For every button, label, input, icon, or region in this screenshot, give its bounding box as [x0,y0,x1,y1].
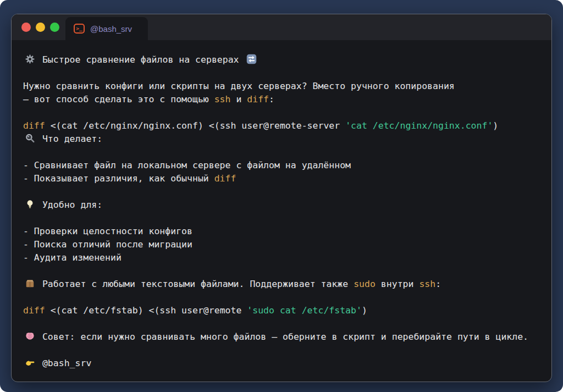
terminal-line: - Проверки целостности конфигов [23,225,542,238]
terminal-text: : [269,94,274,104]
brain-icon [25,331,35,341]
terminal-line [23,212,542,225]
bulb-icon [25,199,35,209]
terminal-text: <(cat /etc/nginx/nginx.conf) <(ssh user@… [45,120,345,131]
terminal-line: - Сравнивает файл на локальном сервере с… [23,159,542,172]
terminal-line: @bash_srv [23,357,542,370]
terminal-text: diff [214,173,236,184]
terminal-body: Быстрое сравнение файлов на серверах Нуж… [12,40,551,370]
terminal-text: diff [23,120,45,131]
terminal-text: - Аудита изменений [23,252,122,263]
terminal-text: - Показывает различия, как обычный [23,173,214,184]
terminal-text: Нужно сравнить конфиги или скрипты на дв… [23,81,455,91]
terminal-text: - Поиска отличий после миграции [23,239,192,250]
package-icon [25,278,35,289]
terminal-line [23,264,542,278]
zoom-button[interactable] [50,23,59,32]
close-button[interactable] [21,23,31,32]
terminal-line: - Аудита изменений [23,251,542,264]
terminal-text: — вот способ сделать это с помощью [23,94,214,104]
window-titlebar: >_ @bash_srv [12,14,551,40]
magnifier-icon [25,133,35,143]
terminal-line [23,106,542,119]
traffic-lights [21,14,59,40]
terminal-text: ssh [419,279,435,289]
gear-icon [25,54,35,64]
terminal-line [23,185,542,198]
page-background: >_ @bash_srv Быстрое сравнение файлов на… [0,0,563,392]
terminal-text: 'cat /etc/nginx/nginx.conf' [345,120,493,131]
terminal-text: : [435,279,441,289]
terminal-text: @bash_srv [37,358,91,368]
terminal-line: — вот способ сделать это с помощью ssh и… [23,93,542,106]
terminal-text: diff [247,94,269,104]
terminal-prompt-icon: >_ [74,24,85,34]
terminal-line [23,146,542,159]
terminal-text: <(cat /etc/fstab) <(ssh user@remote [45,305,247,316]
minimize-button[interactable] [36,23,45,32]
terminal-text: ) [493,120,498,131]
tab-title: @bash_srv [90,24,132,34]
terminal-line: Нужно сравнить конфиги или скрипты на дв… [23,80,542,93]
terminal-line [23,317,542,330]
terminal-line: Удобно для: [23,198,542,212]
terminal-text: Что делает: [37,134,102,144]
terminal-line: diff <(cat /etc/nginx/nginx.conf) <(ssh … [23,119,542,132]
terminal-text: Быстрое сравнение файлов на серверах [37,54,245,65]
terminal-text: 'sudo cat /etc/fstab' [247,305,362,316]
terminal-line: Работает с любыми текстовыми файлами. По… [23,278,542,291]
terminal-line: Что делает: [23,132,542,146]
terminal-text: внутри [376,279,419,289]
terminal-text: sudo [354,279,376,289]
repeat-icon [246,54,257,64]
terminal-text: ) [362,305,367,316]
point-right-icon [25,357,35,368]
terminal-line: - Показывает различия, как обычный diff [23,172,542,185]
terminal-window: >_ @bash_srv Быстрое сравнение файлов на… [11,14,552,382]
terminal-line: Быстрое сравнение файлов на серверах [23,53,542,67]
terminal-text: Совет: если нужно сравнивать много файло… [37,332,528,342]
terminal-line [23,67,542,80]
terminal-tab[interactable]: >_ @bash_srv [65,17,148,40]
terminal-line: Совет: если нужно сравнивать много файло… [23,330,542,344]
terminal-line [23,291,542,304]
terminal-line: diff <(cat /etc/fstab) <(ssh user@remote… [23,304,542,317]
terminal-text: - Сравнивает файл на локальном сервере с… [23,160,351,170]
terminal-line [23,344,542,357]
terminal-text: ssh [214,94,231,104]
terminal-text: Работает с любыми текстовыми файлами. По… [37,279,354,289]
terminal-text: - Проверки целостности конфигов [23,226,192,236]
terminal-text: Удобно для: [37,200,102,210]
terminal-text: и [231,94,247,104]
terminal-line: - Поиска отличий после миграции [23,238,542,251]
terminal-text: diff [23,305,45,316]
